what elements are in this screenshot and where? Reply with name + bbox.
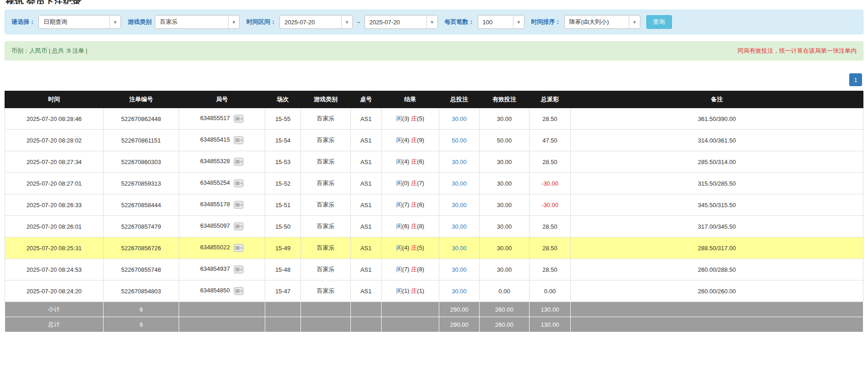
round-id-text: 634855178 <box>200 201 230 208</box>
cell-payout: 47.50 <box>530 130 571 151</box>
date-from-select[interactable]: 2025-07-20 ▼ <box>279 15 353 29</box>
cell-time: 2025-07-20 08:24:53 <box>5 259 104 280</box>
total-bet-link[interactable]: 50.00 <box>452 137 467 144</box>
query-type-select[interactable]: 日期查询 ▼ <box>38 15 121 29</box>
cell-result: 闲(4) 庄(5) <box>382 237 439 259</box>
cell-payout: -30.00 <box>530 194 571 216</box>
total-bet-link[interactable]: 30.00 <box>452 223 467 230</box>
column-header-5: 游戏类别 <box>301 91 351 108</box>
sort-order-select[interactable]: 降幂(由大到小) ▼ <box>564 15 640 29</box>
cell-total-bet: 30.00 <box>439 194 480 216</box>
chevron-down-icon: ▼ <box>513 16 524 28</box>
cell-valid-bet: 30.00 <box>480 194 530 216</box>
cell-bet-id: 522670857479 <box>104 216 179 237</box>
footer-cell-5 <box>301 302 351 317</box>
footer-cell-2: 9 <box>104 302 179 317</box>
total-bet-link[interactable]: 30.00 <box>452 266 467 273</box>
round-id-text: 634855415 <box>200 136 230 143</box>
cell-note: 314.00/361.50 <box>571 130 863 151</box>
cell-bet-id: 522670860303 <box>104 151 179 173</box>
cell-bet-id: 522670862448 <box>104 108 179 130</box>
cell-time: 2025-07-20 08:27:34 <box>5 151 104 173</box>
video-replay-icon[interactable] <box>234 115 244 123</box>
video-replay-icon[interactable] <box>234 244 244 252</box>
game-type-select[interactable]: 百家乐 ▼ <box>155 15 240 29</box>
cell-result: 闲(0) 庄(7) <box>382 173 439 194</box>
footer-cell-3 <box>179 302 265 317</box>
video-replay-icon[interactable] <box>234 201 244 209</box>
cell-table-no: AS1 <box>351 280 382 302</box>
footer-cell-11 <box>571 317 863 332</box>
video-replay-icon[interactable] <box>234 136 244 144</box>
total-bet-link[interactable]: 30.00 <box>452 180 467 187</box>
page-button-1[interactable]: 1 <box>849 73 862 86</box>
table-row: 2025-07-20 08:26:33522670858444634855178… <box>5 194 863 216</box>
footer-cell-1: 总计 <box>5 317 104 332</box>
cell-valid-bet: 50.00 <box>480 130 530 151</box>
column-header-4: 场次 <box>265 91 301 108</box>
total-bet-link[interactable]: 30.00 <box>452 288 467 295</box>
round-id-text: 634855254 <box>200 179 230 186</box>
page-size-select[interactable]: 100 ▼ <box>478 15 524 29</box>
filter-bar: 请选择： 日期查询 ▼ 游戏类别 百家乐 ▼ 时间区间： 2025-07-20 … <box>5 10 863 34</box>
result-banker-label: 庄 <box>411 266 417 273</box>
total-bet-link[interactable]: 30.00 <box>452 245 467 252</box>
cell-valid-bet: 30.00 <box>480 216 530 237</box>
search-button[interactable]: 查询 <box>646 15 672 29</box>
cell-bet-id: 522670858444 <box>104 194 179 216</box>
cell-round-id: 634855328 <box>179 151 265 173</box>
video-replay-icon[interactable] <box>234 287 244 295</box>
total-bet-link[interactable]: 30.00 <box>452 159 467 165</box>
cell-total-bet: 50.00 <box>439 130 480 151</box>
total-bet-link[interactable]: 30.00 <box>452 202 467 209</box>
video-replay-icon[interactable] <box>234 265 244 274</box>
total-row: 总计9290.00260.00130.00 <box>5 317 863 332</box>
result-player-label: 闲 <box>396 201 402 208</box>
cell-note: 361.50/390.00 <box>571 108 863 130</box>
footer-cell-7 <box>382 317 439 332</box>
table-row: 2025-07-20 08:28:46522670862448634855517… <box>5 108 863 130</box>
table-row: 2025-07-20 08:24:20522670854803634854850… <box>5 280 863 302</box>
page: 视讯 会员下注纪录 请选择： 日期查询 ▼ 游戏类别 百家乐 ▼ 时间区间： 2… <box>0 0 868 332</box>
result-player-points: (1) <box>402 287 409 294</box>
cell-payout: 28.50 <box>530 216 571 237</box>
summary-text: 币别：人民币 | 总共 :9 注单 | <box>11 47 87 55</box>
cell-round-id: 634855254 <box>179 173 265 194</box>
cell-game-type: 百家乐 <box>301 194 351 216</box>
video-replay-icon[interactable] <box>234 179 244 187</box>
query-type-label: 请选择： <box>11 18 35 26</box>
video-replay-icon[interactable] <box>234 158 244 166</box>
cell-payout: 28.50 <box>530 237 571 259</box>
cell-valid-bet: 30.00 <box>480 173 530 194</box>
cell-table-no: AS1 <box>351 130 382 151</box>
table-footer: 小计9290.00260.00130.00总计9290.00260.00130.… <box>5 302 863 332</box>
cell-total-bet: 30.00 <box>439 216 480 237</box>
chevron-down-icon: ▼ <box>228 16 239 28</box>
video-replay-icon[interactable] <box>234 222 244 231</box>
cell-game-type: 百家乐 <box>301 151 351 173</box>
footer-cell-6 <box>351 317 382 332</box>
result-player-label: 闲 <box>396 180 402 187</box>
column-header-8: 总投注 <box>439 91 480 108</box>
column-header-9: 有效投注 <box>480 91 530 108</box>
footer-cell-4 <box>265 302 301 317</box>
cell-total-bet: 30.00 <box>439 173 480 194</box>
footer-cell-10: 130.00 <box>530 317 571 332</box>
result-player-label: 闲 <box>396 115 402 122</box>
chevron-down-icon: ▼ <box>629 16 640 28</box>
total-bet-link[interactable]: 30.00 <box>452 115 467 122</box>
round-id-text: 634854937 <box>200 265 230 272</box>
result-banker-points: (7) <box>417 180 424 187</box>
cell-total-bet: 30.00 <box>439 280 480 302</box>
cell-bet-id: 522670854803 <box>104 280 179 302</box>
cell-result: 闲(1) 庄(1) <box>382 280 439 302</box>
table-row: 2025-07-20 08:26:01522670857479634855097… <box>5 216 863 237</box>
result-banker-label: 庄 <box>411 115 417 122</box>
cell-time: 2025-07-20 08:27:01 <box>5 173 104 194</box>
footer-cell-9: 260.00 <box>480 317 530 332</box>
date-to-select[interactable]: 2025-07-20 ▼ <box>365 15 438 29</box>
cell-round-id: 634855022 <box>179 237 265 259</box>
cell-valid-bet: 30.00 <box>480 259 530 280</box>
subtotal-row: 小计9290.00260.00130.00 <box>5 302 863 317</box>
result-banker-points: (1) <box>417 287 424 294</box>
